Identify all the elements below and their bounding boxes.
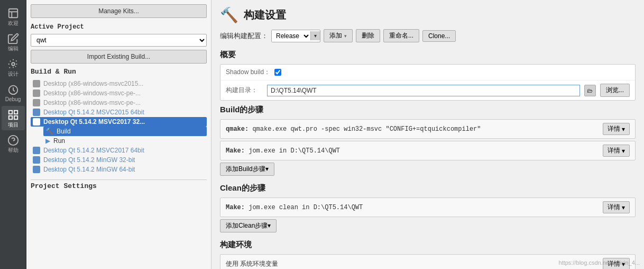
browse-button[interactable]: 浏览... xyxy=(600,84,630,97)
details-0-arrow-icon: ▾ xyxy=(622,125,625,133)
sidebar-icon-edit-label: 编辑 xyxy=(8,46,19,52)
sidebar-icon-project[interactable]: 项目 xyxy=(2,106,25,130)
sidebar-icon-edit[interactable]: 编辑 xyxy=(2,30,25,54)
run-label: Run xyxy=(53,137,65,145)
config-row: 编辑构建配置： Release Debug ▾ 添加 ▾ 删除 重命名... C… xyxy=(220,29,636,42)
active-project-label: Active Project xyxy=(31,23,207,31)
kit-item-3-icon xyxy=(33,109,40,116)
overview-card: Shadow build： 构建目录： D:\QT5.14\QWT 🗁 浏览..… xyxy=(220,64,636,101)
svg-rect-3 xyxy=(14,111,17,114)
config-dropdown-arrow[interactable]: ▾ xyxy=(310,31,320,40)
shadow-build-row: Shadow build： xyxy=(220,65,635,80)
left-panel: Manage Kits... Active Project qwt Import… xyxy=(26,0,211,269)
build-step-1-row: Make: jom.exe in D:\QT5.14\QWT 详情 ▾ xyxy=(220,141,635,160)
sidebar-icons: 欢迎 编辑 设计 Debug 项目 xyxy=(0,0,26,269)
kit-item-6-label: Desktop Qt 5.14.2 MinGW 32-bit xyxy=(43,156,135,164)
sidebar-icon-project-label: 项目 xyxy=(8,122,19,128)
kit-item-4[interactable]: Desktop Qt 5.14.2 MSVC2017 32... xyxy=(31,117,207,127)
kit-item-4-child-build[interactable]: 🔨 Build xyxy=(43,127,207,136)
main-panel: 🔨 构建设置 编辑构建配置： Release Debug ▾ 添加 ▾ 删除 重… xyxy=(211,0,644,269)
kit-item-7-icon xyxy=(33,166,40,173)
svg-point-1 xyxy=(12,62,15,66)
sidebar-icon-welcome-label: 欢迎 xyxy=(8,20,19,26)
add-build-step-button[interactable]: 添加Build步骤▾ xyxy=(220,163,274,176)
build-step-1: Make: jom.exe in D:\QT5.14\QWT 详情 ▾ xyxy=(220,141,636,160)
add-clean-step-button[interactable]: 添加Clean步骤▾ xyxy=(220,219,277,232)
kit-item-1-label: Desktop (x86-windows-msvc-pe-... xyxy=(43,89,141,97)
project-dropdown[interactable]: qwt xyxy=(31,34,207,47)
kit-item-0[interactable]: Desktop (x86-windows-msvc2015... xyxy=(31,79,207,88)
build-step-0-rest: qmake.exe qwt.pro -spec win32-msvc "CONF… xyxy=(249,125,481,133)
build-step-1-keyword: Make: xyxy=(226,147,245,155)
build-step-0-details-button[interactable]: 详情 ▾ xyxy=(603,123,630,135)
build-dir-input[interactable]: D:\QT5.14\QWT xyxy=(267,85,580,96)
kit-item-6[interactable]: Desktop Qt 5.14.2 MinGW 32-bit xyxy=(31,155,207,165)
kit-item-4-icon xyxy=(33,118,40,125)
config-label: 编辑构建配置： xyxy=(220,31,268,41)
path-icon-button[interactable]: 🗁 xyxy=(584,85,596,96)
kit-item-2-icon xyxy=(33,99,40,106)
svg-rect-5 xyxy=(14,116,17,119)
kit-item-5-label: Desktop Qt 5.14.2 MSVC2017 64bit xyxy=(43,147,144,154)
build-icon: 🔨 xyxy=(45,128,53,135)
add-arrow-icon: ▾ xyxy=(344,33,347,39)
build-step-1-details-button[interactable]: 详情 ▾ xyxy=(603,145,630,157)
config-dropdown[interactable]: Release Debug xyxy=(272,30,310,42)
clean-step-0-details-button[interactable]: 详情 ▾ xyxy=(603,201,630,213)
clean-step-0-row: Make: jom.exe clean in D:\QT5.14\QWT 详情 … xyxy=(220,198,635,217)
clone-config-button[interactable]: Clone... xyxy=(422,30,456,42)
shadow-build-checkbox[interactable] xyxy=(274,69,281,76)
build-dir-label: 构建目录： xyxy=(226,86,263,95)
import-existing-build-button[interactable]: Import Existing Build... xyxy=(31,50,207,64)
build-step-0-text: qmake: qmake.exe qwt.pro -spec win32-msv… xyxy=(226,125,599,133)
run-icon: ▶ xyxy=(45,137,50,145)
kit-item-0-label: Desktop (x86-windows-msvc2015... xyxy=(43,80,143,87)
build-step-0: qmake: qmake.exe qwt.pro -spec win32-msv… xyxy=(220,119,636,139)
sidebar-icon-design[interactable]: 设计 xyxy=(2,55,25,79)
rename-config-button[interactable]: 重命名... xyxy=(383,29,419,42)
hammer-icon: 🔨 xyxy=(220,6,238,24)
sidebar-icon-design-label: 设计 xyxy=(8,71,19,77)
sidebar-icon-debug-label: Debug xyxy=(5,96,21,103)
delete-config-button[interactable]: 删除 xyxy=(356,29,380,42)
page-title: 构建设置 xyxy=(244,8,286,22)
env-details-button[interactable]: 详情 ▾ xyxy=(603,258,630,269)
page-header: 🔨 构建设置 xyxy=(220,6,636,24)
kit-tree: Desktop (x86-windows-msvc2015... Desktop… xyxy=(31,79,207,174)
build-step-0-row: qmake: qmake.exe qwt.pro -spec win32-msv… xyxy=(220,120,635,138)
build-env-title: 构建环境 xyxy=(220,240,636,250)
kit-item-2[interactable]: Desktop (x86-windows-msvc-pe-... xyxy=(31,98,207,107)
project-select-row: qwt xyxy=(31,34,207,47)
sidebar-icon-debug[interactable]: Debug xyxy=(2,80,25,105)
kit-item-5[interactable]: Desktop Qt 5.14.2 MSVC2017 64bit xyxy=(31,146,207,155)
clean-step-0: Make: jom.exe clean in D:\QT5.14\QWT 详情 … xyxy=(220,198,636,217)
kit-item-4-label: Desktop Qt 5.14.2 MSVC2017 32... xyxy=(43,118,145,125)
kit-item-1[interactable]: Desktop (x86-windows-msvc-pe-... xyxy=(31,88,207,98)
kit-item-4-child-run[interactable]: ▶ Run xyxy=(43,136,207,146)
build-label: Build xyxy=(57,128,71,135)
kit-item-0-icon xyxy=(33,80,40,87)
config-select-wrapper: Release Debug ▾ xyxy=(271,30,320,42)
kit-item-7-label: Desktop Qt 5.14.2 MinGW 64-bit xyxy=(43,166,135,173)
kit-item-3-label: Desktop Qt 5.14.2 MSVC2015 64bit xyxy=(43,109,144,116)
clean-steps-title: Clean的步骤 xyxy=(220,183,636,193)
clean-step-0-rest: jom.exe clean in D:\QT5.14\QWT xyxy=(245,204,363,211)
shadow-build-checkbox-area xyxy=(274,69,281,76)
shadow-build-label: Shadow build： xyxy=(226,68,270,77)
add-config-button[interactable]: 添加 ▾ xyxy=(324,29,353,42)
kit-item-4-children: 🔨 Build ▶ Run xyxy=(31,127,207,146)
sidebar-icon-help[interactable]: 帮助 xyxy=(2,131,25,156)
env-details-arrow-icon: ▾ xyxy=(622,261,625,268)
kit-item-7[interactable]: Desktop Qt 5.14.2 MinGW 64-bit xyxy=(31,165,207,174)
env-card: 使用 系统环境变量 详情 ▾ xyxy=(220,254,636,269)
build-steps-title: Build的步骤 xyxy=(220,105,636,115)
project-settings-label: Project Settings xyxy=(31,180,207,191)
sidebar-icon-welcome[interactable]: 欢迎 xyxy=(2,4,25,29)
build-step-0-keyword: qmake: xyxy=(226,125,249,133)
kit-item-6-icon xyxy=(33,156,40,164)
env-row: 使用 系统环境变量 详情 ▾ xyxy=(220,255,635,269)
build-dir-row: 构建目录： D:\QT5.14\QWT 🗁 浏览... xyxy=(220,80,635,100)
manage-kits-button[interactable]: Manage Kits... xyxy=(31,4,207,18)
svg-rect-4 xyxy=(8,116,12,119)
kit-item-3[interactable]: Desktop Qt 5.14.2 MSVC2015 64bit xyxy=(31,107,207,117)
